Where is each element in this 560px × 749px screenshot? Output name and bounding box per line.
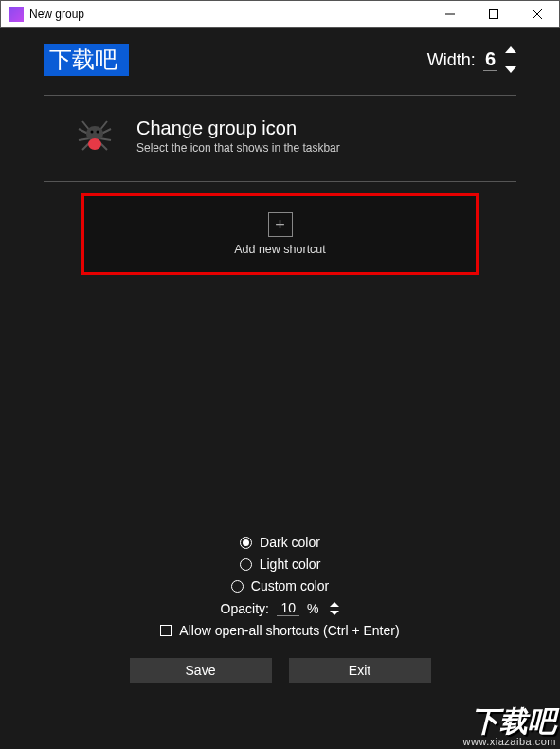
exit-button[interactable]: Exit [289,658,431,683]
width-label: Width: [427,50,476,70]
add-shortcut-button[interactable]: + Add new shortcut [81,193,479,275]
close-button[interactable] [515,1,559,28]
bottom-settings: Dark color Light color Custom color Opac… [0,535,560,683]
chevron-down-icon[interactable] [505,66,516,73]
allow-open-all-checkbox[interactable]: Allow open-all shortcuts (Ctrl + Enter) [160,623,399,638]
app-icon [9,7,24,22]
icon-text: Change group icon Select the icon that s… [136,118,340,155]
group-name-input[interactable] [44,44,129,76]
spider-icon [72,113,117,158]
button-row: Save Exit [130,658,431,683]
radio-icon [240,558,252,571]
opacity-label: Opacity: [221,601,269,616]
svg-point-7 [97,131,99,134]
radio-icon [231,580,244,593]
opacity-spinner [330,602,339,615]
radio-label: Custom color [251,578,329,594]
radio-label: Light color [260,557,321,572]
minimize-button[interactable] [428,1,472,28]
chevron-up-icon[interactable] [505,46,516,53]
width-value[interactable]: 6 [483,48,497,71]
titlebar: New group [0,0,560,28]
watermark-text: 下载吧 [463,707,556,736]
width-control: Width: 6 [427,46,516,73]
opacity-value[interactable]: 10 [277,600,299,616]
chevron-down-icon[interactable] [330,611,339,615]
icon-heading: Change group icon [136,118,340,139]
svg-point-5 [88,138,101,150]
checkbox-label: Allow open-all shortcuts (Ctrl + Enter) [179,623,399,638]
watermark-url: www.xiazaiba.com [463,736,556,747]
chevron-up-icon[interactable] [330,602,339,607]
add-shortcut-label: Add new shortcut [234,243,326,256]
opacity-control: Opacity: 10 % [221,600,340,616]
window-title: New group [29,8,428,21]
shortcut-area: + Add new shortcut [44,193,516,275]
radio-label: Dark color [260,535,320,550]
icon-section[interactable]: Change group icon Select the icon that s… [44,96,516,182]
maximize-button[interactable] [472,1,515,28]
radio-dark-color[interactable]: Dark color [240,535,320,550]
watermark: 下载吧 www.xiazaiba.com [463,707,556,747]
svg-rect-1 [490,10,498,19]
checkbox-icon [160,625,172,636]
radio-light-color[interactable]: Light color [240,557,321,572]
radio-icon [240,537,252,549]
radio-custom-color[interactable]: Custom color [231,578,329,594]
save-button[interactable]: Save [130,658,272,683]
top-row: Width: 6 [44,44,516,96]
icon-subheading: Select the icon that shows in the taskba… [136,141,340,155]
width-spinner [505,46,516,73]
plus-icon: + [268,212,293,237]
svg-point-6 [91,131,94,134]
opacity-suffix: % [307,601,318,616]
